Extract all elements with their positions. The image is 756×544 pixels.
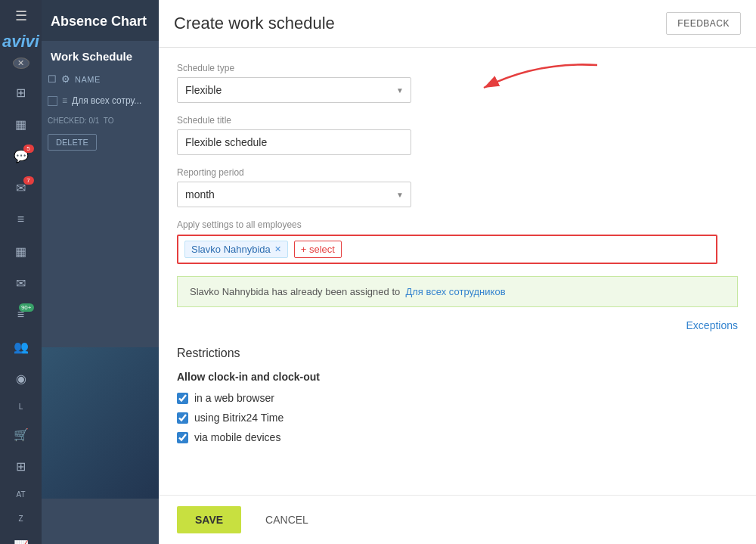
schedule-type-input[interactable] [177, 77, 411, 103]
checkbox-web-browser[interactable] [177, 393, 188, 404]
reporting-period-wrapper: month week day ▼ [177, 182, 411, 207]
sidebar-item-mail[interactable]: ✉ [5, 269, 37, 297]
delete-button[interactable]: DELETE [48, 134, 97, 151]
checkbox-column-icon: ☐ [48, 73, 57, 85]
sidebar: ☰ avivi ✕ ⊞ ▦ 💬5 ✉7 ≡ ▦ ✉ ≡90+ 👥 ◉ L 🛒 ⊞… [0, 0, 42, 544]
filter-badge: 90+ [19, 303, 34, 312]
checkbox-mobile[interactable] [177, 432, 188, 443]
checkbox-web-browser-label: in a web browser [194, 392, 274, 404]
restrictions-section-title: Restrictions [177, 347, 738, 360]
sidebar-item-message[interactable]: ✉7 [5, 173, 37, 202]
schedule-type-label: Schedule type [177, 63, 738, 73]
warning-text: Slavko Nahnybida has already been assign… [190, 286, 400, 297]
main-dialog-area: Create work schedule FEEDBACK Schedule t… [159, 0, 756, 544]
checkbox-row-bitrix: using Bitrix24 Time [177, 412, 738, 424]
checkbox-bitrix-time[interactable] [177, 412, 188, 424]
sidebar-item-grid[interactable]: ⊞ [5, 78, 37, 107]
settings-column-icon: ⚙ [61, 73, 70, 85]
sidebar-item-bar-chart[interactable]: 📈 [5, 532, 37, 544]
sidebar-item-chat[interactable]: 💬5 [5, 141, 37, 170]
table-header: ☐ ⚙ NAME [42, 69, 159, 89]
left-panel-background [42, 347, 159, 499]
warning-box: Slavko Nahnybida has already been assign… [177, 276, 738, 307]
sidebar-item-calendar[interactable]: ▦ [5, 237, 37, 266]
reporting-period-label: Reporting period [177, 167, 738, 178]
dialog-content: Schedule type ▼ Schedule title [159, 48, 756, 495]
create-work-schedule-dialog: Create work schedule FEEDBACK Schedule t… [159, 0, 756, 544]
sidebar-item-filter[interactable]: ≡90+ [5, 300, 37, 329]
schedule-title-input[interactable] [177, 129, 411, 155]
employee-tag-close[interactable]: ✕ [274, 244, 281, 254]
employee-tag-name: Slavko Nahnybida [191, 244, 271, 255]
sidebar-item-globe[interactable]: ◉ [5, 364, 37, 393]
left-panel-header: Absence Chart [42, 0, 159, 41]
feedback-button[interactable]: FEEDBACK [666, 12, 741, 35]
restrictions-subtitle: Allow clock-in and clock-out [177, 371, 738, 383]
schedule-type-wrapper: ▼ [177, 77, 411, 103]
cancel-button[interactable]: CANCEL [253, 506, 321, 533]
absence-chart-title: Absence Chart [51, 14, 147, 29]
save-button[interactable]: SAVE [177, 506, 241, 533]
sidebar-item-cart[interactable]: 🛒 [5, 420, 37, 449]
left-panel: Absence Chart Work Schedule ☐ ⚙ NAME ≡ Д… [42, 0, 159, 544]
dialog-title: Create work schedule [174, 14, 335, 33]
sidebar-label-l[interactable]: L [5, 396, 37, 417]
message-badge: 7 [23, 176, 34, 185]
checkbox-row-mobile: via mobile devices [177, 431, 738, 443]
table-row[interactable]: ≡ Для всех сотру... [42, 89, 159, 112]
checkbox-row-web: in a web browser [177, 392, 738, 404]
checkbox-bitrix-time-label: using Bitrix24 Time [194, 412, 284, 424]
sidebar-item-apps[interactable]: ⊞ [5, 452, 37, 480]
row-lines-icon: ≡ [62, 95, 67, 106]
add-select-link[interactable]: + select [294, 241, 342, 258]
employees-section: Apply settings to all employees Slavko N… [177, 219, 738, 264]
dialog-footer: SAVE CANCEL [159, 495, 756, 544]
warning-group-link[interactable]: Для всех сотрудников [405, 286, 505, 297]
reporting-period-group: Reporting period month week day ▼ [177, 167, 738, 207]
checkbox-mobile-label: via mobile devices [194, 431, 280, 443]
exceptions-row: Exceptions [177, 319, 738, 331]
row-checkbox[interactable] [48, 96, 57, 106]
sidebar-label-at[interactable]: AT [5, 483, 37, 505]
reporting-period-select[interactable]: month week day [177, 182, 411, 207]
exceptions-link[interactable]: Exceptions [686, 319, 738, 331]
employees-label: Apply settings to all employees [177, 219, 738, 230]
employee-tag: Slavko Nahnybida ✕ [184, 241, 288, 258]
sidebar-item-chart[interactable]: ▦ [5, 110, 37, 138]
schedule-title-label: Schedule title [177, 115, 738, 126]
work-schedule-subtitle: Work Schedule [42, 41, 159, 69]
schedule-title-group: Schedule title [177, 115, 738, 155]
sidebar-item-tasks[interactable]: ≡ [5, 205, 37, 234]
schedule-type-group: Schedule type ▼ [177, 63, 738, 103]
chat-badge: 5 [23, 145, 34, 153]
checked-status: CHECKED: 0/1 TO [42, 112, 159, 129]
hamburger-menu[interactable]: ☰ [15, 8, 27, 24]
sidebar-label-z[interactable]: Z [5, 508, 37, 529]
app-logo: avivi [2, 32, 39, 51]
name-column-header: NAME [75, 75, 101, 84]
sidebar-close-button[interactable]: ✕ [13, 58, 29, 69]
dialog-header: Create work schedule FEEDBACK [159, 0, 756, 48]
row-name: Для всех сотру... [72, 95, 141, 106]
sidebar-icons-list: ⊞ ▦ 💬5 ✉7 ≡ ▦ ✉ ≡90+ 👥 ◉ L 🛒 ⊞ AT Z 📈 ⏱ … [5, 78, 37, 544]
sidebar-item-people[interactable]: 👥 [5, 332, 37, 361]
employees-box[interactable]: Slavko Nahnybida ✕ + select [177, 235, 717, 264]
